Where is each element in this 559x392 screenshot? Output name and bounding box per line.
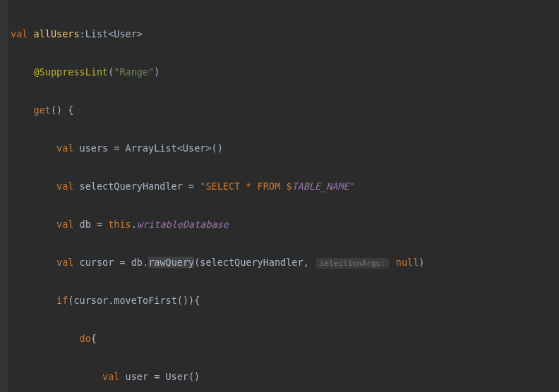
keyword-if: if <box>56 295 68 306</box>
code-line[interactable]: val allUsers:List<User> <box>11 25 559 44</box>
keyword-this: this <box>108 219 131 230</box>
code-line[interactable]: val db = this.writableDatabase <box>11 215 559 234</box>
property-name: allUsers <box>34 28 80 39</box>
deprecated-method: rawQuery <box>148 257 194 268</box>
parameter-hint: selectionArgs: <box>316 258 389 269</box>
code-line[interactable]: val user = User() <box>11 367 559 386</box>
code-line[interactable]: val selectQueryHandler = "SELECT * FROM … <box>11 177 559 196</box>
code-line[interactable]: get() { <box>11 101 559 120</box>
keyword-get: get <box>34 104 51 116</box>
code-editor[interactable]: val allUsers:List<User> @SuppressLint("R… <box>11 6 559 392</box>
keyword-val: val <box>11 28 28 39</box>
sql-keyword: SELECT <box>205 180 240 192</box>
colon: : <box>80 28 85 39</box>
annotation: @SuppressLint <box>34 66 109 78</box>
constant-ref: TABLE_NAME <box>291 180 349 192</box>
sql-keyword: FROM <box>258 180 281 192</box>
keyword-do: do <box>80 333 91 344</box>
code-line[interactable]: do{ <box>11 329 559 348</box>
code-line[interactable]: val cursor = db.rawQuery(selectQueryHand… <box>11 253 559 272</box>
keyword-null: null <box>396 257 419 268</box>
variable-name: users <box>80 142 109 154</box>
editor-gutter <box>0 0 8 392</box>
property-ref: writableDatabase <box>137 219 229 230</box>
type-ref: List<User> <box>85 28 143 39</box>
string-literal: "Range" <box>114 66 154 78</box>
code-line[interactable]: @SuppressLint("Range") <box>11 63 559 82</box>
code-line[interactable]: if(cursor.moveToFirst()){ <box>11 291 559 310</box>
variable-name: selectQueryHandler <box>80 180 183 192</box>
code-line[interactable]: val users = ArrayList<User>() <box>11 139 559 158</box>
